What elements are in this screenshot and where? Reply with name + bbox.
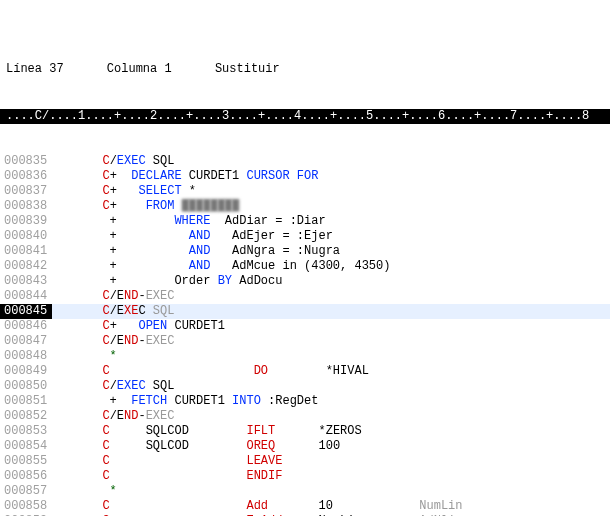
line-source[interactable]: + AND AdNgra = :Nugra — [52, 244, 610, 259]
line-source[interactable]: C/EXEC SQL — [52, 304, 610, 319]
code-line[interactable]: 000842 + AND AdMcue in (4300, 4350) — [0, 259, 610, 274]
line-gutter: 000837 — [0, 184, 52, 199]
line-source[interactable]: C/END-EXEC — [52, 409, 610, 424]
line-source[interactable]: C SQLCOD OREQ 100 — [52, 439, 610, 454]
line-gutter: 000844 — [0, 289, 52, 304]
line-gutter: 000839 — [0, 214, 52, 229]
code-line[interactable]: 000852 C/END-EXEC — [0, 409, 610, 424]
line-gutter: 000852 — [0, 409, 52, 424]
line-gutter: 000838 — [0, 199, 52, 214]
code-line[interactable]: 000848 * — [0, 349, 610, 364]
line-source[interactable]: C DO *HIVAL — [52, 364, 610, 379]
code-line[interactable]: 000838 C+ FROM ████████ — [0, 199, 610, 214]
line-source[interactable]: * — [52, 349, 610, 364]
line-source[interactable]: + Order BY AdDocu — [52, 274, 610, 289]
line-source[interactable]: C SQLCOD IFLT *ZEROS — [52, 424, 610, 439]
line-gutter: 000846 — [0, 319, 52, 334]
line-label: Línea — [6, 62, 42, 76]
line-gutter: 000856 — [0, 469, 52, 484]
column-number: 1 — [164, 62, 171, 76]
code-line[interactable]: 000853 C SQLCOD IFLT *ZEROS — [0, 424, 610, 439]
line-gutter: 000840 — [0, 229, 52, 244]
line-source[interactable]: C LEAVE — [52, 454, 610, 469]
line-source[interactable]: + FETCH CURDET1 INTO :RegDet — [52, 394, 610, 409]
line-source[interactable]: C Add 10 NumLin — [52, 499, 610, 514]
code-line[interactable]: 000855 C LEAVE — [0, 454, 610, 469]
line-source[interactable]: C+ OPEN CURDET1 — [52, 319, 610, 334]
code-editor[interactable]: 000835 C/EXEC SQL000836 C+ DECLARE CURDE… — [0, 154, 610, 516]
line-gutter: 000835 — [0, 154, 52, 169]
line-gutter: 000848 — [0, 349, 52, 364]
code-line[interactable]: 000851 + FETCH CURDET1 INTO :RegDet — [0, 394, 610, 409]
line-gutter: 000855 — [0, 454, 52, 469]
code-line[interactable]: 000850 C/EXEC SQL — [0, 379, 610, 394]
line-gutter: 000843 — [0, 274, 52, 289]
code-line[interactable]: 000840 + AND AdEjer = :Ejer — [0, 229, 610, 244]
code-line[interactable]: 000854 C SQLCOD OREQ 100 — [0, 439, 610, 454]
column-label: Columna — [107, 62, 157, 76]
code-line[interactable]: 000847 C/END-EXEC — [0, 334, 610, 349]
code-line[interactable]: 000836 C+ DECLARE CURDET1 CURSOR FOR — [0, 169, 610, 184]
code-line[interactable]: 000843 + Order BY AdDocu — [0, 274, 610, 289]
line-gutter: 000847 — [0, 334, 52, 349]
column-ruler: ....C/....1....+....2....+....3....+....… — [0, 109, 610, 124]
line-source[interactable]: + AND AdEjer = :Ejer — [52, 229, 610, 244]
code-line[interactable]: 000856 C ENDIF — [0, 469, 610, 484]
editor-mode: Sustituir — [215, 62, 280, 76]
line-gutter: 000845 — [0, 304, 52, 319]
line-gutter: 000857 — [0, 484, 52, 499]
line-gutter: 000851 — [0, 394, 52, 409]
line-source[interactable]: C+ DECLARE CURDET1 CURSOR FOR — [52, 169, 610, 184]
line-source[interactable]: C/EXEC SQL — [52, 379, 610, 394]
line-gutter: 000858 — [0, 499, 52, 514]
line-source[interactable]: C+ SELECT * — [52, 184, 610, 199]
line-source[interactable]: C/EXEC SQL — [52, 154, 610, 169]
line-gutter: 000849 — [0, 364, 52, 379]
code-line[interactable]: 000841 + AND AdNgra = :Nugra — [0, 244, 610, 259]
line-source[interactable]: C ENDIF — [52, 469, 610, 484]
line-gutter: 000854 — [0, 439, 52, 454]
code-line[interactable]: 000835 C/EXEC SQL — [0, 154, 610, 169]
line-gutter: 000850 — [0, 379, 52, 394]
line-number: 37 — [49, 62, 63, 76]
line-source[interactable]: + AND AdMcue in (4300, 4350) — [52, 259, 610, 274]
code-line[interactable]: 000845 C/EXEC SQL — [0, 304, 610, 319]
line-source[interactable]: * — [52, 484, 610, 499]
line-source[interactable]: C/END-EXEC — [52, 334, 610, 349]
line-gutter: 000841 — [0, 244, 52, 259]
code-line[interactable]: 000857 * — [0, 484, 610, 499]
code-line[interactable]: 000839 + WHERE AdDiar = :Diar — [0, 214, 610, 229]
code-line[interactable]: 000837 C+ SELECT * — [0, 184, 610, 199]
line-gutter: 000836 — [0, 169, 52, 184]
line-source[interactable]: C+ FROM ████████ — [52, 199, 610, 214]
code-line[interactable]: 000844 C/END-EXEC — [0, 289, 610, 304]
code-line[interactable]: 000849 C DO *HIVAL — [0, 364, 610, 379]
line-source[interactable]: C/END-EXEC — [52, 289, 610, 304]
code-line[interactable]: 000846 C+ OPEN CURDET1 — [0, 319, 610, 334]
code-line[interactable]: 000858 C Add 10 NumLin — [0, 499, 610, 514]
status-bar: Línea 37 Columna 1 Sustituir — [0, 60, 610, 79]
line-gutter: 000842 — [0, 259, 52, 274]
line-gutter: 000853 — [0, 424, 52, 439]
line-source[interactable]: + WHERE AdDiar = :Diar — [52, 214, 610, 229]
